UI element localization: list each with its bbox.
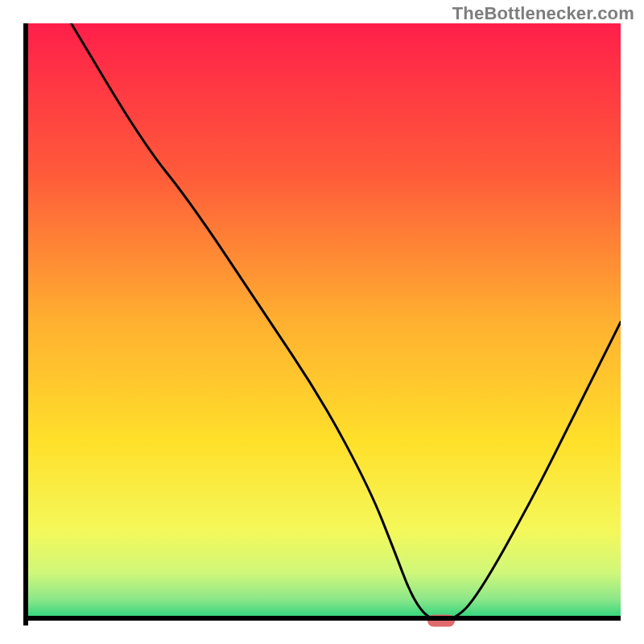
plot-area [23, 23, 621, 621]
bottleneck-chart: TheBottlenecker.com [0, 0, 644, 644]
watermark-text: TheBottlenecker.com [452, 3, 634, 24]
y-axis [23, 23, 28, 625]
curve-layer [23, 23, 621, 621]
x-axis [23, 616, 621, 621]
